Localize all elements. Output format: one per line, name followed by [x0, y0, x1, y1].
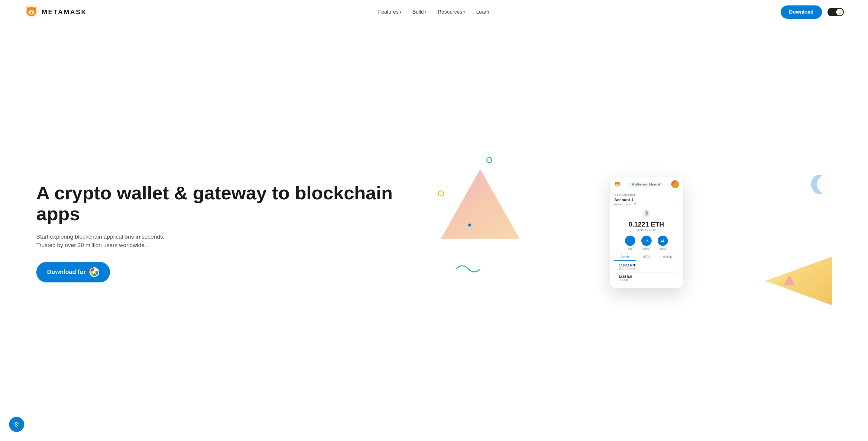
wallet-tabs: Assets NFTs Activity	[614, 253, 679, 261]
wallet-balance-eth: 0.1221 ETH	[614, 220, 679, 228]
svg-point-25	[618, 184, 618, 184]
nav-actions: Download 🌙	[781, 5, 844, 19]
yellow-circle-shape	[438, 190, 444, 196]
wallet-tab-activity[interactable]: Activity	[657, 253, 679, 261]
ethereum-icon	[642, 209, 651, 217]
hero-content: A crypto wallet & gateway to blockchain …	[36, 183, 408, 282]
chrome-icon	[89, 267, 99, 277]
accessibility-button[interactable]: ⚙	[9, 417, 24, 432]
pink-arrow-shape	[783, 275, 796, 287]
navbar: METAMASK Features ▾ Build ▾ Resources ▾ …	[0, 0, 868, 24]
moon-icon: 🌙	[837, 10, 842, 14]
nav-features[interactable]: Features ▾	[378, 9, 401, 15]
wallet-asset-row-dai: 12.35 DAI 35 USD	[614, 273, 679, 284]
network-status-dot	[632, 183, 634, 185]
nav-resources[interactable]: Resources ▾	[438, 9, 465, 15]
wallet-connection-status: Not connected	[614, 193, 679, 196]
wallet-asset-dai-info: 12.35 DAI 35 USD	[619, 275, 632, 281]
pink-triangle-shape	[438, 166, 523, 251]
wallet-asset-eth-info: 0.19511 ETH $551.15 USD	[619, 264, 637, 270]
theme-toggle-knob: 🌙	[836, 9, 843, 15]
nav-logo-text: METAMASK	[42, 8, 87, 16]
hero-download-button[interactable]: Download for	[36, 262, 110, 282]
buy-icon: ↓	[625, 236, 635, 246]
teal-wave-shape	[456, 263, 480, 275]
green-circle-shape	[486, 157, 492, 163]
wallet-asset-row-eth: 0.19511 ETH $551.15 USD ›	[614, 261, 679, 273]
chevron-down-icon: ▾	[463, 10, 465, 14]
hero-subtitle: Start exploring blockchain applications …	[36, 233, 169, 250]
nav-links: Features ▾ Build ▾ Resources ▾ Learn	[378, 9, 489, 15]
wallet-send-button[interactable]: ↗ Send	[641, 236, 652, 250]
swap-icon: ⇄	[658, 236, 668, 246]
svg-point-11	[31, 12, 32, 13]
svg-point-16	[93, 271, 95, 273]
wallet-buy-button[interactable]: ↓ Buy	[625, 236, 635, 250]
wallet-account-name: Account 1 ⋮	[614, 197, 679, 203]
theme-toggle[interactable]: 🌙	[828, 8, 844, 16]
wallet-address: 0x5e66...5924 📋	[614, 203, 679, 206]
hero-section: A crypto wallet & gateway to blockchain …	[0, 24, 868, 441]
svg-marker-17	[441, 169, 520, 239]
svg-point-24	[616, 184, 617, 184]
nav-learn[interactable]: Learn	[476, 9, 489, 15]
asset-arrow-icon: ›	[673, 265, 674, 269]
chevron-down-icon: ▾	[400, 10, 401, 14]
wallet-fox-icon	[614, 181, 621, 188]
wallet-avatar	[671, 180, 679, 188]
svg-point-10	[32, 10, 33, 11]
svg-marker-18	[765, 257, 832, 305]
wallet-header: Ethereum Mainnet	[610, 177, 683, 190]
wallet-body: Not connected Account 1 ⋮ 0x5e66...5924 …	[610, 190, 683, 288]
wallet-actions: ↓ Buy ↗ Send ⇄ Swap	[614, 236, 679, 250]
yellow-triangle-shape	[765, 257, 832, 305]
hero-title: A crypto wallet & gateway to blockchain …	[36, 183, 408, 224]
svg-point-26	[617, 184, 618, 185]
wallet-swap-button[interactable]: ⇄ Swap	[658, 236, 668, 250]
nav-build[interactable]: Build ▾	[412, 9, 427, 15]
wallet-tab-nfts[interactable]: NFTs	[636, 253, 657, 261]
svg-marker-19	[783, 275, 796, 285]
metamask-fox-icon	[24, 5, 39, 19]
nav-logo[interactable]: METAMASK	[24, 5, 87, 19]
wallet-network-badge: Ethereum Mainnet	[629, 182, 663, 187]
blue-moon-shape	[808, 172, 826, 196]
chevron-down-icon: ▾	[425, 10, 427, 14]
accessibility-icon: ⚙	[14, 421, 19, 428]
wallet-tab-assets[interactable]: Assets	[614, 253, 636, 261]
hero-visual: Ethereum Mainnet Not connected Account 1…	[420, 154, 844, 311]
wallet-card: Ethereum Mainnet Not connected Account 1…	[610, 177, 683, 288]
send-icon: ↗	[641, 236, 652, 246]
svg-point-9	[30, 10, 30, 11]
wallet-balance-usd: $696.12 USD	[614, 228, 679, 232]
nav-download-button[interactable]: Download	[781, 5, 822, 19]
